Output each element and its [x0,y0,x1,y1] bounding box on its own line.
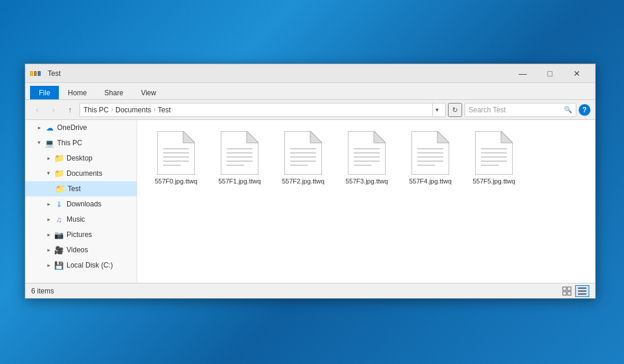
title-bar-icons [30,69,41,78]
file-icon [475,131,513,175]
grid-view-button[interactable] [560,285,574,297]
sidebar-label-videos: Videos [67,246,88,254]
file-area: 557F0.jpg.ttwq 557F1.jpg.ttwq 557F2.jpg.… [137,120,595,283]
sidebar-label-documents: Documents [67,169,102,178]
pc-icon: 💻 [44,138,55,148]
file-name: 557F4.jpg.ttwq [409,177,452,185]
sidebar-item-localdisk[interactable]: ► 💾 Local Disk (C:) [25,258,137,273]
svg-rect-43 [567,287,571,290]
expand-arrow-thispc: ► [35,138,44,148]
forward-button[interactable]: › [47,103,61,117]
expand-arrow-pictures: ► [44,230,54,239]
sidebar-label-test: Test [68,185,81,193]
file-item[interactable]: 557F0.jpg.ttwq [147,127,205,189]
back-button[interactable]: ‹ [30,103,44,117]
sidebar-item-thispc[interactable]: ► 💻 This PC [25,135,137,151]
path-parts: This PC › Documents › Test [84,106,432,114]
sidebar-label-music: Music [67,215,85,223]
file-name: 557F5.jpg.ttwq [473,177,515,185]
svg-marker-15 [310,131,322,143]
file-icon [284,131,322,175]
svg-rect-46 [578,288,586,289]
file-icon [221,131,258,175]
path-chevron[interactable]: ▼ [432,103,442,117]
svg-marker-36 [501,131,513,143]
title-bar: Test — □ ✕ [25,64,595,83]
refresh-button[interactable]: ↻ [448,103,462,117]
folder-icon-documents: 📁 [54,169,64,178]
sidebar-item-desktop[interactable]: ► 📁 Desktop [25,151,137,166]
tab-view[interactable]: View [132,86,165,99]
tab-file[interactable]: File [30,86,59,99]
title-icon-2 [34,71,37,76]
file-content: 557F0.jpg.ttwq 557F1.jpg.ttwq 557F2.jpg.… [137,120,595,283]
path-thispc[interactable]: This PC [84,106,109,114]
svg-rect-48 [578,293,586,295]
svg-rect-47 [578,290,586,292]
expand-arrow-onedrive: ► [35,123,44,132]
expand-arrow-videos: ► [44,245,54,255]
address-bar: ‹ › ↑ This PC › Documents › Test ▼ ↻ Sea… [25,100,595,120]
file-name: 557F2.jpg.ttwq [282,177,324,185]
pics-icon: 📷 [54,230,64,239]
search-icon: 🔍 [564,106,572,113]
sidebar-label-onedrive: OneDrive [57,123,87,132]
list-view-icon [577,286,587,296]
file-name: 557F1.jpg.ttwq [218,177,261,185]
maximize-button[interactable]: □ [536,64,563,83]
music-icon: ♫ [54,215,64,224]
grid-view-icon [562,286,572,296]
sidebar-label-downloads: Downloads [67,200,101,208]
expand-arrow-downloads: ► [44,199,54,209]
tab-home[interactable]: Home [59,86,95,99]
help-button[interactable]: ? [579,104,590,116]
sidebar-item-test[interactable]: 📁 Test [25,181,137,196]
drive-icon: 💾 [54,261,64,270]
sidebar: ► ☁ OneDrive ► 💻 This PC ► 📁 Desktop [25,120,137,283]
list-view-button[interactable] [575,285,589,297]
ribbon-tabs: File Home Share View [25,83,595,99]
file-item[interactable]: 557F3.jpg.ttwq [337,127,396,189]
sidebar-label-pictures: Pictures [67,231,92,239]
tab-share[interactable]: Share [95,86,132,99]
file-icon [348,131,386,175]
videos-icon: 🎥 [54,245,64,255]
title-icon-3 [38,71,41,76]
minimize-button[interactable]: — [509,64,536,83]
up-button[interactable]: ↑ [63,103,77,117]
file-item[interactable]: 557F5.jpg.ttwq [464,127,523,189]
file-name: 557F3.jpg.ttwq [346,177,388,185]
sidebar-item-downloads[interactable]: ► ⇓ Downloads [25,196,137,212]
expand-arrow-documents: ► [44,169,54,178]
svg-rect-45 [567,292,571,295]
svg-marker-22 [374,131,386,143]
address-path[interactable]: This PC › Documents › Test ▼ [79,103,446,117]
folder-icon-desktop: 📁 [54,153,64,163]
sidebar-label-localdisk: Local Disk (C:) [67,261,113,269]
download-icon: ⇓ [54,199,64,209]
view-buttons [560,285,589,297]
expand-arrow-desktop: ► [44,153,54,163]
file-icon [157,131,195,175]
path-test[interactable]: Test [158,106,171,114]
status-bar: 6 items [25,283,595,298]
sidebar-item-pictures[interactable]: ► 📷 Pictures [25,227,137,242]
search-box[interactable]: Search Test 🔍 [464,103,576,117]
path-documents[interactable]: Documents [115,106,151,114]
file-item[interactable]: 557F2.jpg.ttwq [274,127,333,189]
svg-rect-42 [563,287,566,290]
onedrive-icon: ☁ [44,123,55,132]
file-icon [411,131,449,175]
sidebar-item-onedrive[interactable]: ► ☁ OneDrive [25,120,137,135]
file-item[interactable]: 557F4.jpg.ttwq [401,127,460,189]
folder-icon-test: 📁 [55,184,65,193]
title-icon-1 [30,71,33,76]
sidebar-item-videos[interactable]: ► 🎥 Videos [25,242,137,258]
search-placeholder: Search Test [469,106,506,114]
svg-rect-44 [563,292,566,295]
window-controls: — □ ✕ [509,64,590,83]
file-item[interactable]: 557F1.jpg.ttwq [210,127,269,189]
sidebar-item-documents[interactable]: ► 📁 Documents [25,166,137,181]
sidebar-item-music[interactable]: ► ♫ Music [25,212,137,227]
close-button[interactable]: ✕ [563,64,590,83]
